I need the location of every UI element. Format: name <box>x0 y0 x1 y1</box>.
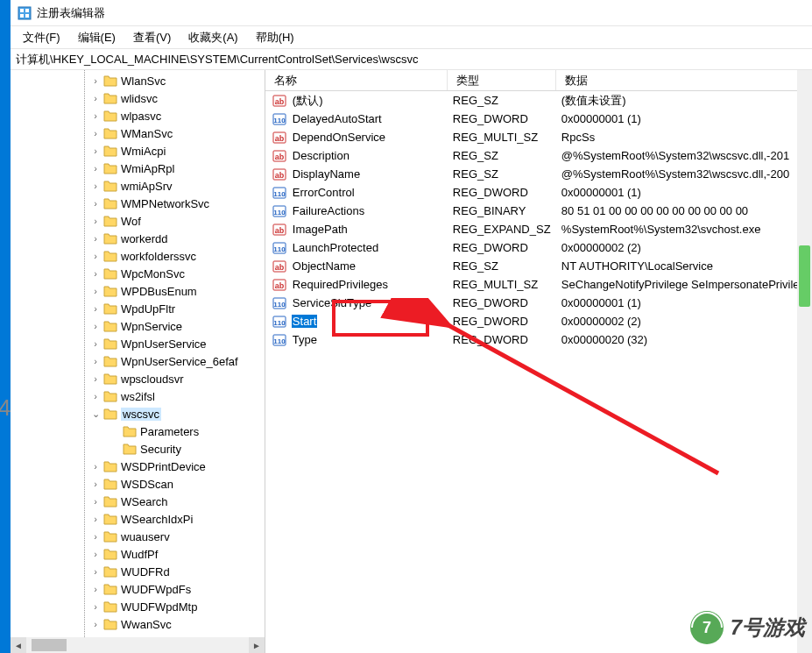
tree-item[interactable]: ›WUDFRd <box>11 563 265 580</box>
tree-item[interactable]: ›WUDFWpdMtp <box>11 598 265 615</box>
chevron-right-icon[interactable]: › <box>89 566 102 577</box>
chevron-right-icon[interactable]: › <box>89 601 102 612</box>
tree-body[interactable]: ›WlanSvc›wlidsvc›wlpasvc›WManSvc›WmiAcpi… <box>11 70 265 637</box>
value-row[interactable]: 110LaunchProtectedREG_DWORD0x00000002 (2… <box>265 238 812 257</box>
tree-item[interactable]: ›WSearchIdxPi <box>11 510 265 528</box>
chevron-right-icon[interactable]: › <box>89 373 102 384</box>
chevron-right-icon[interactable]: › <box>89 75 102 86</box>
tree-item[interactable]: ›WSearch <box>11 493 265 510</box>
tree-item[interactable]: ›Parameters <box>11 422 265 440</box>
chevron-right-icon[interactable]: › <box>89 93 102 103</box>
chevron-right-icon[interactable]: › <box>89 496 102 507</box>
tree-item[interactable]: ›WPDBusEnum <box>11 282 265 300</box>
tree-item[interactable]: ›WpnUserService <box>11 335 265 352</box>
list-vertical-scrollbar[interactable] <box>797 70 812 653</box>
chevron-right-icon[interactable]: › <box>89 356 102 366</box>
tree-item[interactable]: ›workfolderssvc <box>11 247 265 265</box>
chevron-right-icon[interactable]: › <box>89 216 102 226</box>
value-row[interactable]: abDependOnServiceREG_MULTI_SZRpcSs <box>265 128 812 146</box>
scroll-right-button[interactable]: ► <box>249 637 265 653</box>
scroll-left-button[interactable]: ◄ <box>11 637 26 653</box>
chevron-right-icon[interactable]: › <box>89 619 102 629</box>
chevron-right-icon[interactable]: › <box>89 233 102 244</box>
value-row[interactable]: 110DelayedAutoStartREG_DWORD0x00000001 (… <box>265 110 812 128</box>
menu-view[interactable]: 查看(V) <box>124 27 180 48</box>
col-header-name[interactable]: 名称 <box>265 70 448 90</box>
value-row[interactable]: abObjectNameREG_SZNT AUTHORITY\LocalServ… <box>265 257 812 275</box>
tree-item[interactable]: ›WwanSvc <box>11 615 265 633</box>
chevron-right-icon[interactable]: › <box>89 321 102 331</box>
chevron-right-icon[interactable]: › <box>89 268 102 279</box>
tree-item[interactable]: ›Wof <box>11 212 265 230</box>
value-row[interactable]: abDisplayNameREG_SZ@%SystemRoot%\System3… <box>265 165 812 183</box>
chevron-right-icon[interactable]: › <box>89 303 102 314</box>
value-row[interactable]: abImagePathREG_EXPAND_SZ%SystemRoot%\Sys… <box>265 220 812 238</box>
value-row[interactable]: abRequiredPrivilegesREG_MULTI_SZSeChange… <box>265 275 812 294</box>
value-row[interactable]: 110ErrorControlREG_DWORD0x00000001 (1) <box>265 183 812 202</box>
tree-item[interactable]: ›WpdUpFltr <box>11 300 265 317</box>
list-body[interactable]: ab(默认)REG_SZ(数值未设置)110DelayedAutoStartRE… <box>265 91 812 653</box>
chevron-right-icon[interactable]: › <box>89 286 102 296</box>
chevron-right-icon[interactable]: › <box>89 251 102 261</box>
title-bar[interactable]: 注册表编辑器 <box>11 0 812 26</box>
scroll-thumb[interactable] <box>32 639 67 651</box>
tree-item[interactable]: ›WpcMonSvc <box>11 265 265 282</box>
tree-item[interactable]: ⌄wscsvc <box>11 405 265 422</box>
tree-item[interactable]: ›wlidsvc <box>11 89 265 107</box>
tree-item[interactable]: ›WpnUserService_6efaf <box>11 352 265 370</box>
tree-item[interactable]: ›workerdd <box>11 230 265 247</box>
tree-item[interactable]: ›WMPNetworkSvc <box>11 195 265 212</box>
chevron-right-icon[interactable]: › <box>89 198 102 209</box>
chevron-right-icon[interactable]: › <box>89 391 102 401</box>
value-row[interactable]: 110ServiceSidTypeREG_DWORD0x00000001 (1) <box>265 294 812 312</box>
tree-item[interactable]: ›WmiAcpi <box>11 142 265 160</box>
value-row[interactable]: 110StartREG_DWORD0x00000002 (2) <box>265 312 812 330</box>
list-header[interactable]: 名称 类型 数据 <box>265 70 812 91</box>
value-row[interactable]: abDescriptionREG_SZ@%SystemRoot%\System3… <box>265 146 812 165</box>
value-row[interactable]: ab(默认)REG_SZ(数值未设置) <box>265 91 812 110</box>
col-header-data[interactable]: 数据 <box>556 70 812 90</box>
chevron-right-icon[interactable]: › <box>89 338 102 349</box>
folder-icon <box>103 460 117 472</box>
chevron-right-icon[interactable]: › <box>89 584 102 594</box>
chevron-right-icon[interactable]: › <box>89 110 102 121</box>
chevron-right-icon[interactable]: › <box>89 181 102 191</box>
chevron-right-icon[interactable]: › <box>89 128 102 138</box>
tree-item[interactable]: ›WmiApRpl <box>11 160 265 177</box>
tree-item[interactable]: ›WpnService <box>11 317 265 335</box>
tree-item[interactable]: ›wmiApSrv <box>11 177 265 195</box>
values-pane[interactable]: 名称 类型 数据 ab(默认)REG_SZ(数值未设置)110DelayedAu… <box>265 70 812 653</box>
menu-edit[interactable]: 编辑(E) <box>69 27 124 48</box>
tree-item[interactable]: ›WudfPf <box>11 545 265 563</box>
chevron-right-icon[interactable]: › <box>89 163 102 174</box>
tree-item[interactable]: ›Security <box>11 440 265 458</box>
address-bar[interactable]: 计算机\HKEY_LOCAL_MACHINE\SYSTEM\CurrentCon… <box>11 49 812 70</box>
tree-item[interactable]: ›WManSvc <box>11 124 265 142</box>
tree-item[interactable]: ›WlanSvc <box>11 72 265 89</box>
chevron-right-icon[interactable]: › <box>89 514 102 524</box>
menu-help[interactable]: 帮助(H) <box>247 27 303 48</box>
tree-item-label: WpnUserService_6efaf <box>121 355 238 368</box>
chevron-right-icon[interactable]: › <box>89 549 102 559</box>
vscroll-thumb[interactable] <box>799 245 810 307</box>
tree-item[interactable]: ›wpscloudsvr <box>11 370 265 387</box>
tree-item[interactable]: ›wlpasvc <box>11 107 265 124</box>
tree-horizontal-scrollbar[interactable]: ◄ ► <box>11 637 265 653</box>
tree-pane[interactable]: ›WlanSvc›wlidsvc›wlpasvc›WManSvc›WmiAcpi… <box>11 70 265 653</box>
menu-file[interactable]: 文件(F) <box>14 27 69 48</box>
chevron-right-icon[interactable]: › <box>89 479 102 489</box>
chevron-right-icon[interactable]: › <box>89 461 102 472</box>
tree-item[interactable]: ›ws2ifsl <box>11 387 265 405</box>
value-row[interactable]: 110FailureActionsREG_BINARY80 51 01 00 0… <box>265 202 812 220</box>
tree-item[interactable]: ›WUDFWpdFs <box>11 580 265 598</box>
menu-favorites[interactable]: 收藏夹(A) <box>180 27 246 48</box>
chevron-down-icon[interactable]: ⌄ <box>89 408 102 420</box>
scroll-track[interactable] <box>26 637 249 653</box>
tree-item[interactable]: ›wuauserv <box>11 528 265 545</box>
chevron-right-icon[interactable]: › <box>89 531 102 542</box>
value-row[interactable]: 110TypeREG_DWORD0x00000020 (32) <box>265 330 812 349</box>
tree-item[interactable]: ›WSDPrintDevice <box>11 458 265 475</box>
tree-item[interactable]: ›WSDScan <box>11 475 265 493</box>
col-header-type[interactable]: 类型 <box>448 70 556 90</box>
chevron-right-icon[interactable]: › <box>89 146 102 156</box>
